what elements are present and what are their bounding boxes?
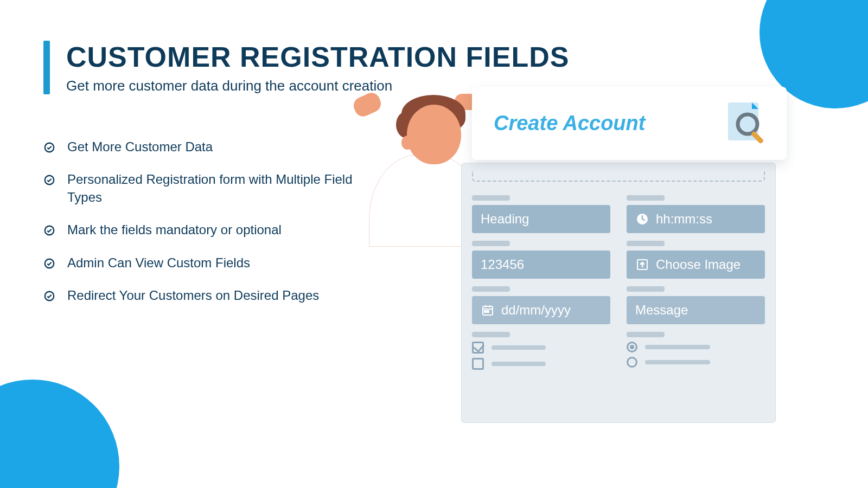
- svg-rect-11: [484, 311, 486, 312]
- list-item: Mark the fields mandatory or optional: [43, 221, 369, 239]
- magnifier-document-icon: [722, 98, 770, 149]
- upload-icon: [635, 258, 649, 272]
- list-item-label: Admin Can View Custom Fields: [67, 254, 250, 272]
- heading-field[interactable]: Heading: [472, 205, 610, 233]
- choose-image-field[interactable]: Choose Image: [627, 251, 765, 279]
- feature-list: Get More Customer Data Personalized Regi…: [43, 138, 369, 319]
- list-item: Get More Customer Data: [43, 138, 369, 156]
- option-label-stub: [492, 362, 546, 366]
- dashed-divider: [472, 171, 765, 182]
- page-title: CUSTOMER REGISTRATION FIELDS: [66, 41, 569, 73]
- field-label-stub: [472, 332, 510, 337]
- check-circle-icon: [43, 174, 55, 188]
- card-title: Create Account: [494, 112, 645, 135]
- option-label-stub: [645, 345, 710, 349]
- field-text: dd/mm/yyyy: [501, 303, 571, 318]
- checkbox-icon: [472, 342, 484, 354]
- hand-left: [351, 90, 384, 119]
- field-radio-group: [627, 332, 765, 370]
- field-text: hh:mm:ss: [656, 211, 712, 227]
- ear: [401, 136, 413, 150]
- field-time-group: hh:mm:ss: [627, 195, 765, 233]
- radio-icon: [627, 342, 637, 352]
- field-label-stub: [627, 332, 665, 337]
- option-label-stub: [492, 345, 546, 350]
- field-heading-group: Heading: [472, 195, 610, 233]
- form-grid: Heading hh:mm:ss 123456 Choose Image: [472, 195, 765, 370]
- field-text: Heading: [481, 211, 529, 227]
- list-item-label: Get More Customer Data: [67, 138, 213, 156]
- checkbox-icon: [472, 358, 484, 370]
- accent-bar: [43, 41, 50, 94]
- list-item: Personalized Registration form with Mult…: [43, 171, 369, 206]
- field-label-stub: [627, 286, 665, 292]
- option-label-stub: [645, 360, 710, 364]
- calendar-icon: [481, 303, 495, 317]
- field-label-stub: [627, 241, 665, 246]
- list-item-label: Personalized Registration form with Mult…: [67, 171, 369, 206]
- checkbox-option[interactable]: [472, 342, 610, 354]
- check-circle-icon: [43, 258, 55, 272]
- date-field[interactable]: dd/mm/yyyy: [472, 296, 610, 324]
- radio-icon: [627, 357, 637, 368]
- list-item: Redirect Your Customers on Desired Pages: [43, 287, 369, 304]
- list-item-label: Redirect Your Customers on Desired Pages: [67, 287, 319, 304]
- field-image-group: Choose Image: [627, 241, 765, 279]
- field-checkbox-group: [472, 332, 610, 370]
- card-header: Create Account: [472, 87, 787, 160]
- field-text: Message: [635, 303, 688, 318]
- radio-option[interactable]: [627, 342, 765, 352]
- field-message-group: Message: [627, 286, 765, 324]
- head: [407, 105, 461, 164]
- field-label-stub: [472, 286, 510, 292]
- time-field[interactable]: hh:mm:ss: [627, 205, 765, 233]
- field-text: 123456: [481, 257, 524, 272]
- field-number-group: 123456: [472, 241, 610, 279]
- number-field[interactable]: 123456: [472, 251, 610, 279]
- decor-circle-bottom: [0, 380, 119, 488]
- check-circle-icon: [43, 224, 55, 239]
- field-label-stub: [627, 195, 665, 201]
- checkbox-option[interactable]: [472, 358, 610, 370]
- clock-icon: [635, 212, 649, 226]
- field-label-stub: [472, 241, 510, 246]
- field-date-group: dd/mm/yyyy: [472, 286, 610, 324]
- message-field[interactable]: Message: [627, 296, 765, 324]
- list-item: Admin Can View Custom Fields: [43, 254, 369, 272]
- svg-rect-12: [487, 311, 489, 312]
- field-label-stub: [472, 195, 510, 201]
- check-circle-icon: [43, 142, 55, 156]
- check-circle-icon: [43, 290, 55, 304]
- list-item-label: Mark the fields mandatory or optional: [67, 221, 282, 239]
- field-text: Choose Image: [656, 257, 741, 272]
- radio-option[interactable]: [627, 357, 765, 368]
